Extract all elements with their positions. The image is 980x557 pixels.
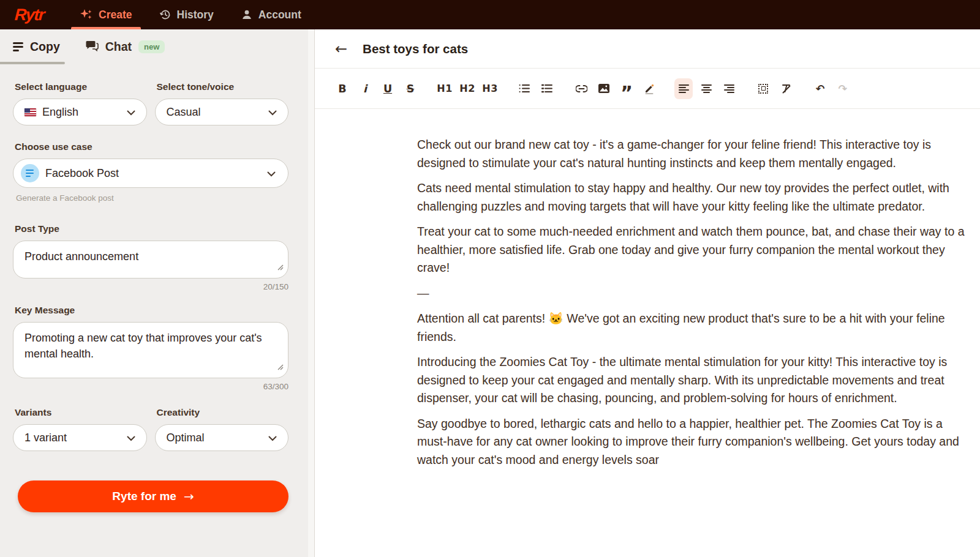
paragraph: Treat your cat to some much-needed enric… [417,223,971,277]
redo-button[interactable]: ↷ [834,78,852,99]
us-flag-icon [24,108,36,116]
creativity-label: Creativity [157,407,289,418]
select-all-button[interactable] [754,78,772,99]
use-case-helper: Generate a Facebook post [16,193,288,203]
use-case-select[interactable]: Facebook Post [13,159,288,188]
heading-1-button[interactable]: H1 [435,78,454,99]
redo-icon: ↷ [839,83,848,95]
ordered-list-button[interactable] [538,78,556,99]
variants-select[interactable]: 1 variant [13,424,147,451]
rytr-logo[interactable]: Rytr [14,6,45,24]
paragraph: Introducing the Zoomies Cat Toy - the ul… [417,353,971,408]
align-right-button[interactable] [720,78,738,99]
strikethrough-button[interactable]: S [401,78,420,99]
generator-form: Select language English Select tone/voic… [0,64,314,512]
variants-label: Variants [15,407,147,418]
paragraph: Attention all cat parents! 🐱 We've got a… [417,310,971,346]
chat-bubble-icon [86,40,99,54]
paragraph: Check out our brand new cat toy - it's a… [417,136,971,172]
nav-item-account[interactable]: Account [241,0,301,29]
key-message-label: Key Message [15,305,288,316]
top-nav-bar: Rytr Create History A [0,0,980,29]
image-button[interactable] [595,78,613,99]
person-icon [241,9,253,21]
chevron-down-icon [268,432,277,444]
tab-copy[interactable]: Copy [13,40,60,54]
post-type-label: Post Type [15,223,288,234]
key-message-value: Promoting a new cat toy that improves yo… [24,332,262,360]
creativity-select[interactable]: Optimal [155,424,289,451]
blockquote-button[interactable]: ” [617,78,636,99]
back-arrow-icon[interactable]: ← [335,42,347,56]
ryte-for-me-label: Ryte for me [112,490,176,503]
document-title: Best toys for cats [363,42,468,56]
underline-button[interactable]: U [379,78,397,99]
align-left-icon [679,84,689,93]
paragraph: Cats need mental stimulation to stay hap… [417,179,971,215]
use-case-value: Facebook Post [45,167,119,180]
paragraph-divider: — [417,285,971,303]
undo-icon: ↶ [816,83,825,95]
editor-panel: ← Best toys for cats B i U S H1 H2 H3 [315,29,980,557]
language-select[interactable]: English [13,99,147,125]
language-label: Select language [15,81,147,92]
post-type-input[interactable]: Product announcement [13,241,288,278]
highlight-pen-icon [644,83,655,94]
heading-2-button[interactable]: H2 [458,78,477,99]
heading-3-button[interactable]: H3 [481,78,499,99]
align-right-icon [724,84,734,93]
post-type-value: Product announcement [24,250,138,263]
use-case-lines-icon [21,164,39,182]
nav-item-label: Account [258,9,301,21]
new-badge: new [138,40,165,53]
clear-formatting-icon [781,84,791,94]
sidebar-scrollbar[interactable] [308,29,314,557]
image-icon [598,84,609,93]
tab-label: Copy [30,40,60,54]
editor-header: ← Best toys for cats [315,29,980,69]
copy-tab-underline [0,62,65,64]
use-case-label: Choose use case [15,141,288,152]
editor-toolbar: B i U S H1 H2 H3 [315,69,980,109]
align-center-icon [701,84,712,93]
align-center-button[interactable] [697,78,715,99]
language-value: English [42,106,78,119]
key-message-input[interactable]: Promoting a new cat toy that improves yo… [13,322,288,378]
tone-label: Select tone/voice [157,81,289,92]
tone-value: Casual [167,106,201,119]
undo-button[interactable]: ↶ [811,78,829,99]
chevron-down-icon [268,106,277,119]
sparkle-icon [80,8,93,21]
nav-item-label: History [177,9,214,21]
sidebar-tab-bar: Copy Chat new [0,29,314,64]
ryte-for-me-button[interactable]: Ryte for me → [18,480,288,512]
resize-handle-icon[interactable] [277,259,284,275]
tone-select[interactable]: Casual [155,99,289,125]
link-button[interactable] [572,78,590,99]
nav-item-history[interactable]: History [159,0,214,29]
link-icon [576,85,587,92]
sidebar: Copy Chat new Select language [0,29,315,557]
editor-content-area[interactable]: Check out our brand new cat toy - it's a… [315,109,971,469]
nav-item-label: Create [99,9,132,21]
tab-label: Chat [105,40,132,54]
key-message-counter: 63/300 [13,382,288,391]
nav-item-create[interactable]: Create [80,0,132,29]
chevron-down-icon [127,106,135,119]
arrow-right-icon: → [184,489,194,504]
ordered-list-icon [541,84,552,93]
chevron-down-icon [127,432,135,444]
highlight-button[interactable] [640,78,658,99]
variants-value: 1 variant [24,432,67,444]
align-left-button[interactable] [674,78,693,99]
italic-button[interactable]: i [356,78,374,99]
bullet-list-button[interactable] [515,78,533,99]
text-lines-icon [13,42,23,51]
tab-chat[interactable]: Chat new [86,40,165,54]
chevron-down-icon [267,167,276,180]
bold-button[interactable]: B [333,78,352,99]
select-all-icon [758,84,768,94]
clear-formatting-button[interactable] [777,78,795,99]
resize-handle-icon[interactable] [277,359,284,375]
history-clock-icon [159,9,172,21]
